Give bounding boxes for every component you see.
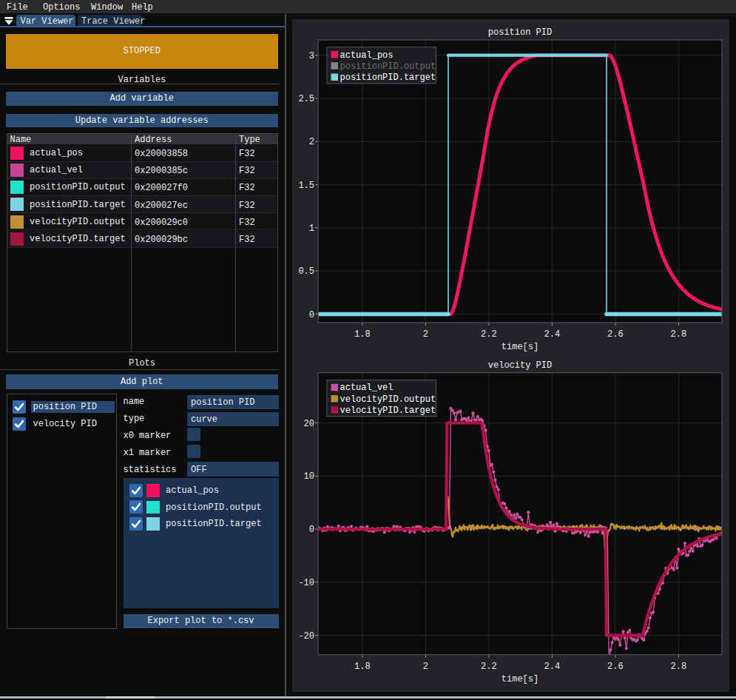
svg-text:1: 1 xyxy=(309,223,314,234)
svg-text:positionPID.target: positionPID.target xyxy=(340,73,436,83)
svg-text:1.8: 1.8 xyxy=(354,329,371,340)
svg-text:2.5: 2.5 xyxy=(298,94,314,104)
svg-text:2.6: 2.6 xyxy=(607,662,624,672)
svg-text:position PID: position PID xyxy=(488,27,552,38)
svg-text:2.8: 2.8 xyxy=(671,329,687,340)
svg-text:velocityPID.output: velocityPID.output xyxy=(340,394,436,405)
svg-text:velocityPID.target: velocityPID.target xyxy=(340,405,436,416)
svg-text:2.4: 2.4 xyxy=(544,662,561,672)
svg-text:actual_pos: actual_pos xyxy=(340,50,394,61)
svg-text:2.8: 2.8 xyxy=(671,662,687,672)
svg-text:0: 0 xyxy=(309,310,314,320)
svg-text:2: 2 xyxy=(423,329,428,340)
svg-text:time[s]: time[s] xyxy=(502,342,539,352)
svg-text:2: 2 xyxy=(309,137,314,147)
svg-text:2.4: 2.4 xyxy=(544,329,561,340)
svg-text:velocity PID: velocity PID xyxy=(488,360,552,371)
svg-text:time[s]: time[s] xyxy=(502,674,539,684)
svg-text:1.8: 1.8 xyxy=(354,662,371,672)
svg-text:1.5: 1.5 xyxy=(298,181,314,191)
svg-text:2.2: 2.2 xyxy=(481,662,497,672)
svg-text:-10: -10 xyxy=(298,578,314,588)
svg-text:2.2: 2.2 xyxy=(481,329,497,340)
svg-text:positionPID.output: positionPID.output xyxy=(340,61,436,72)
svg-text:2.6: 2.6 xyxy=(607,329,624,340)
svg-text:0: 0 xyxy=(309,525,314,535)
svg-text:10: 10 xyxy=(304,471,314,482)
svg-text:actual_vel: actual_vel xyxy=(340,383,394,393)
svg-text:3: 3 xyxy=(309,51,314,61)
svg-text:-20: -20 xyxy=(298,631,314,642)
svg-text:2: 2 xyxy=(423,662,428,672)
svg-text:0.5: 0.5 xyxy=(298,266,314,277)
svg-text:20: 20 xyxy=(304,419,314,429)
